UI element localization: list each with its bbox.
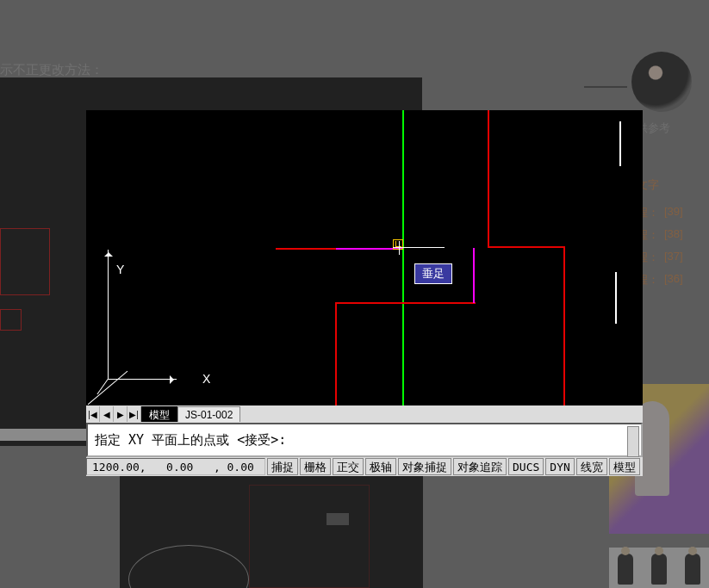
status-toggle-dyn[interactable]: DYN xyxy=(545,458,574,475)
status-toggle-ortho[interactable]: 正交 xyxy=(333,458,364,475)
status-toggle-polar[interactable]: 极轴 xyxy=(365,458,396,475)
tab-nav-last-button[interactable]: ▶| xyxy=(127,406,141,422)
line-red xyxy=(335,302,476,304)
cad-window: 垂足 Y X |◀ ◀ ▶ ▶| 模型 JS-01-002 1200.00, 0… xyxy=(86,110,643,476)
tick-mark xyxy=(615,272,617,324)
status-toggle-modelspace[interactable]: 模型 xyxy=(609,458,640,475)
line-red xyxy=(488,110,489,248)
tab-nav-next-button[interactable]: ▶ xyxy=(114,406,127,422)
command-scrollbar[interactable] xyxy=(627,426,639,457)
status-toggle-snap[interactable]: 捕捉 xyxy=(267,458,298,475)
status-toggle-lineweight[interactable]: 线宽 xyxy=(576,458,607,475)
tab-model[interactable]: 模型 xyxy=(141,406,177,422)
snap-tooltip: 垂足 xyxy=(414,263,452,284)
ucs-y-label: Y xyxy=(116,263,124,276)
tab-nav-first-button[interactable]: |◀ xyxy=(86,406,100,422)
tab-layout[interactable]: JS-01-002 xyxy=(177,406,240,422)
line-red xyxy=(335,302,337,405)
perpendicular-snap-marker xyxy=(393,239,403,250)
command-line xyxy=(86,423,643,457)
drawing-canvas[interactable]: 垂足 Y X xyxy=(86,110,643,405)
coordinate-readout: 1200.00, 0.00 , 0.00 xyxy=(86,458,265,475)
line-red xyxy=(563,246,565,405)
ucs-icon: Y X xyxy=(90,250,202,400)
ucs-y-axis xyxy=(108,250,109,379)
tick-mark xyxy=(619,121,621,166)
status-bar: 1200.00, 0.00 , 0.00 捕捉 栅格 正交 极轴 对象捕捉 对象… xyxy=(86,457,643,476)
command-input[interactable] xyxy=(88,429,641,451)
line-red xyxy=(488,246,565,248)
line-magenta xyxy=(473,248,475,303)
status-toggle-ducs[interactable]: DUCS xyxy=(508,458,544,475)
layout-tabs: |◀ ◀ ▶ ▶| 模型 JS-01-002 xyxy=(86,405,643,423)
status-toggle-osnap[interactable]: 对象捕捉 xyxy=(398,458,451,475)
line-green-vertical xyxy=(402,110,404,405)
ucs-x-label: X xyxy=(202,372,210,386)
status-toggle-otrack[interactable]: 对象追踪 xyxy=(453,458,507,475)
tab-nav-prev-button[interactable]: ◀ xyxy=(100,406,114,422)
status-toggle-grid[interactable]: 栅格 xyxy=(300,458,331,475)
